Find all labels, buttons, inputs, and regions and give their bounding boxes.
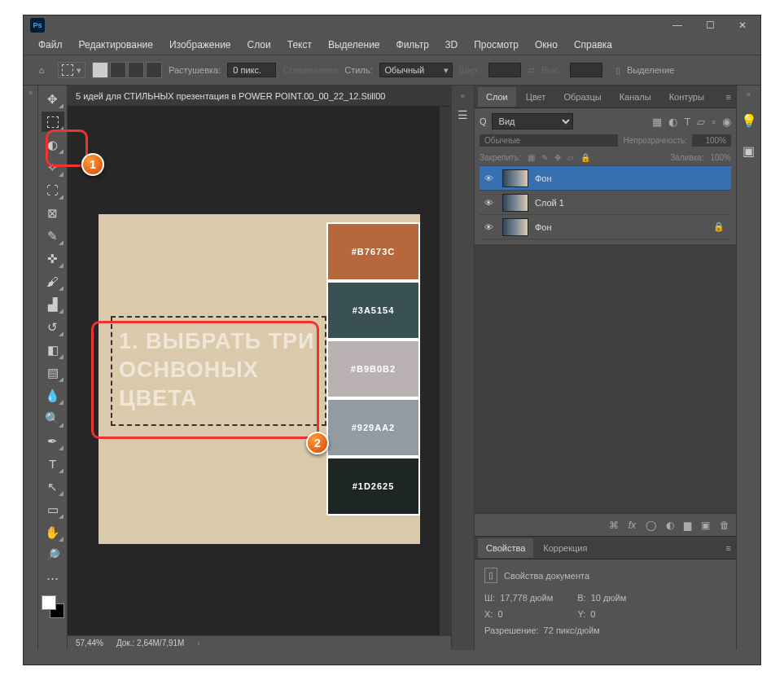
move-tool-icon[interactable]: ✥ [42,89,64,109]
selection-new-icon[interactable] [92,62,108,78]
tab-swatches[interactable]: Образцы [555,87,609,107]
menu-3d[interactable]: 3D [439,37,464,52]
select-mask-button[interactable]: Выделение [627,65,674,75]
layer-thumbnail[interactable] [502,169,528,187]
layer-row[interactable]: 👁Фон [480,166,731,191]
layer-name[interactable]: Фон [535,173,552,183]
group-icon[interactable]: ▆ [684,520,691,531]
lasso-tool-icon[interactable]: ◐ [42,134,64,155]
crop-tool-icon[interactable]: ⛶ [42,180,64,200]
tab-properties[interactable]: Свойства [478,538,533,558]
tab-color[interactable]: Цвет [518,87,554,107]
lock-all-icon[interactable]: 🔒 [580,153,590,162]
pen-tool-icon[interactable]: ✒ [42,431,64,451]
visibility-icon[interactable]: 👁 [481,222,496,232]
dodge-tool-icon[interactable]: 🔍 [42,408,64,428]
maximize-button[interactable]: ☐ [695,17,725,33]
visibility-icon[interactable]: 👁 [481,198,496,208]
filter-type-icon[interactable]: T [684,116,690,128]
menu-file[interactable]: Файл [32,37,69,52]
menu-filter[interactable]: Фильтр [390,37,436,52]
libraries-icon[interactable]: ▣ [742,143,755,159]
tab-paths[interactable]: Контуры [661,87,712,107]
history-icon[interactable]: ☰ [458,108,468,121]
filter-shape-icon[interactable]: ▱ [697,116,705,128]
layer-row[interactable]: 👁Слой 1 [480,191,731,215]
fx-icon[interactable]: fx [629,520,636,531]
tab-layers[interactable]: Слои [478,87,516,107]
foreground-color[interactable] [42,595,56,610]
eyedropper-tool-icon[interactable]: ✎ [42,226,64,246]
lock-brush-icon[interactable]: ✎ [541,153,548,162]
filter-adjust-icon[interactable]: ◐ [668,116,677,128]
filter-smart-icon[interactable]: ▫ [712,116,716,128]
minimize-button[interactable]: — [663,17,692,33]
menu-window[interactable]: Окно [528,37,564,52]
brush-tool-icon[interactable]: 🖌 [42,271,64,292]
canvas-viewport[interactable]: #B7673C#3A5154#B9B0B2#929AA2#1D2625 1. В… [68,107,451,635]
marquee-tool-icon[interactable] [42,112,64,132]
delete-layer-icon[interactable]: 🗑 [720,520,729,531]
adjustment-icon[interactable]: ◐ [666,520,674,531]
layer-row[interactable]: 👁Фон🔒 [480,215,731,239]
color-swatches[interactable] [42,595,64,618]
edit-toolbar-icon[interactable]: ⋯ [42,568,64,588]
history-brush-tool-icon[interactable]: ↺ [42,317,64,337]
blend-mode-dropdown[interactable]: Обычные [480,134,618,147]
home-icon[interactable]: ⌂ [32,60,51,80]
lock-pixels-icon[interactable]: ▦ [528,153,535,162]
zoom-level[interactable]: 57,44% [76,638,103,647]
magic-wand-tool-icon[interactable]: ✧ [42,157,64,178]
close-button[interactable]: ✕ [728,17,757,33]
panel-collapsed-history[interactable]: « ☰ [452,86,475,650]
lock-artboard-icon[interactable]: ▱ [567,153,574,162]
style-dropdown[interactable]: Обычный [379,63,453,77]
tab-channels[interactable]: Каналы [611,87,659,107]
menu-layers[interactable]: Слои [241,37,278,52]
panel-menu-icon[interactable]: ≡ [721,92,736,102]
canvas[interactable]: #B7673C#3A5154#B9B0B2#929AA2#1D2625 1. В… [99,214,420,544]
scrollbar-vertical[interactable] [440,107,451,635]
new-layer-icon[interactable]: ▣ [701,520,710,531]
opacity-input[interactable]: 100% [692,134,731,147]
document-tab[interactable]: 5 идей для СТИЛЬНЫХ презентация в POWER … [68,86,451,107]
menu-help[interactable]: Справка [567,37,619,52]
tab-correction[interactable]: Коррекция [535,538,595,558]
fill-input[interactable]: 100% [710,153,731,162]
gradient-tool-icon[interactable]: ▤ [42,362,64,383]
selection-intersect-icon[interactable] [146,62,162,78]
menu-select[interactable]: Выделение [322,37,387,52]
blur-tool-icon[interactable]: 💧 [42,385,64,406]
type-tool-icon[interactable]: T [42,454,64,474]
filter-toggle-icon[interactable]: ◉ [722,116,731,128]
visibility-icon[interactable]: 👁 [481,173,496,183]
layer-name[interactable]: Слой 1 [535,198,564,208]
path-select-tool-icon[interactable]: ↖ [42,476,64,497]
zoom-tool-icon[interactable]: 🔎 [42,545,64,565]
layer-thumbnail[interactable] [502,194,528,212]
mask-icon[interactable]: ◯ [646,520,656,531]
layer-thumbnail[interactable] [502,218,528,236]
layer-filter-dropdown[interactable]: Вид [492,113,573,129]
selection-subtract-icon[interactable] [128,62,144,78]
lock-position-icon[interactable]: ✥ [554,153,561,162]
layer-name[interactable]: Фон [535,222,552,232]
eraser-tool-icon[interactable]: ◧ [42,340,64,360]
menu-text[interactable]: Текст [281,37,318,52]
panel-menu-icon[interactable]: ≡ [721,543,736,553]
selection-add-icon[interactable] [110,62,126,78]
menu-image[interactable]: Изображение [163,37,238,52]
stamp-tool-icon[interactable]: ▟ [42,294,64,314]
filter-image-icon[interactable]: ▦ [652,116,662,128]
tool-preset[interactable]: ▾ [58,62,85,78]
healing-tool-icon[interactable]: ✜ [42,248,64,269]
collapse-toggle-left[interactable]: » [24,86,38,650]
learn-icon[interactable]: 💡 [741,113,757,129]
menu-view[interactable]: Просмотр [467,37,525,52]
marquee-selection[interactable]: 1. ВЫБРАТЬ ТРИ ОСНВОНЫХ ЦВЕТА [111,316,326,426]
link-layers-icon[interactable]: ⌘ [609,520,619,531]
menu-edit[interactable]: Редактирование [72,37,160,52]
shape-tool-icon[interactable]: ▭ [42,499,64,520]
hand-tool-icon[interactable]: ✋ [42,522,64,542]
frame-tool-icon[interactable]: ⊠ [42,203,64,223]
